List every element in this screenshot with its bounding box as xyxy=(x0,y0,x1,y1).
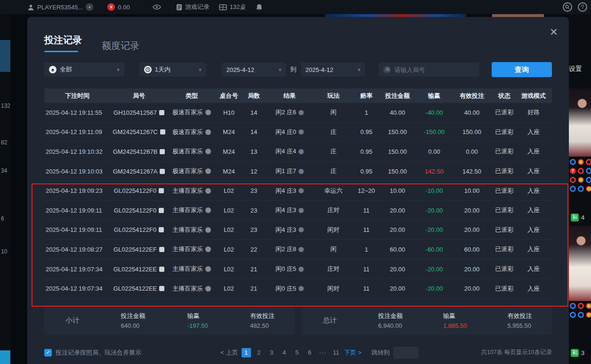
game-type-select[interactable]: ♠ 全部 ▾ xyxy=(44,63,124,77)
info-icon[interactable] xyxy=(205,110,211,115)
result-detail-icon[interactable] xyxy=(299,227,304,232)
cell-bet-amount: 20.00 xyxy=(380,266,415,273)
balance-group[interactable]: ¥ 0.00 xyxy=(107,3,130,11)
copy-icon[interactable] xyxy=(159,286,164,291)
prev-page-button[interactable]: < 上页 xyxy=(220,348,238,357)
copy-icon[interactable] xyxy=(159,188,164,193)
cell-result: 闲4 庄3 xyxy=(266,226,314,234)
user-account[interactable]: PLAYER53545... ▾ xyxy=(27,3,93,11)
modal-footer: ✓ 投注记录按照局、玩法合并展示 < 上页 123456···11 下页 > 跳… xyxy=(44,347,552,358)
copy-icon[interactable] xyxy=(159,267,164,272)
cell-game-type-text: 主播百家乐 xyxy=(172,206,203,214)
total-valid-label: 有效投注 xyxy=(507,312,532,320)
result-detail-icon[interactable] xyxy=(299,169,304,174)
cell-bet-time-text: 2025-04-12 19:09:11 xyxy=(46,226,102,233)
dealer-video-thumbnail[interactable] xyxy=(569,88,591,157)
cell-game-mode: 入座 xyxy=(518,128,549,136)
copy-icon[interactable] xyxy=(160,169,165,174)
search-icon[interactable] xyxy=(563,2,572,12)
info-icon[interactable] xyxy=(205,246,211,252)
date-to-select[interactable]: 2025-4-12 ▾ xyxy=(301,63,365,77)
table-row: 2025-04-12 19:07:34GL02254122EE主播百家乐L022… xyxy=(44,279,552,299)
page-button-1[interactable]: 1 xyxy=(242,348,251,357)
jump-page-input[interactable] xyxy=(394,347,418,358)
page-button-2[interactable]: 2 xyxy=(254,348,264,357)
info-icon[interactable] xyxy=(205,188,211,194)
road-bead-yellow xyxy=(586,312,591,318)
bead-road-bottom xyxy=(570,303,591,320)
cell-valid-bet: 60.00 xyxy=(453,246,491,253)
cell-bet-amount-text: 40.00 xyxy=(390,109,405,116)
cell-table-no-text: M24 xyxy=(223,128,235,135)
result-detail-icon[interactable] xyxy=(299,286,304,291)
result-detail-icon[interactable] xyxy=(299,110,304,115)
copy-icon[interactable] xyxy=(159,247,164,252)
close-icon[interactable]: × xyxy=(550,25,558,39)
total-label: 总计 xyxy=(302,316,358,325)
cell-play-text: 庄对 xyxy=(327,206,340,214)
cell-odds: 11 xyxy=(353,266,380,273)
result-detail-icon[interactable] xyxy=(299,247,304,252)
date-from-select[interactable]: 2025-4-12 ▾ xyxy=(222,63,286,77)
column-header: 输赢 xyxy=(415,92,453,100)
result-detail-icon[interactable] xyxy=(299,267,304,272)
info-icon[interactable] xyxy=(205,227,211,233)
cell-odds-text: 11 xyxy=(363,266,370,273)
round-search-input[interactable] xyxy=(394,66,465,73)
cell-play-text: 闲对 xyxy=(327,285,340,293)
merge-checkbox[interactable]: ✓ xyxy=(44,349,52,356)
cell-round-id: GL02254122EE xyxy=(110,285,168,292)
subtotal-box: 小计 投注金额640.00 输赢-197.50 有效投注482.50 xyxy=(44,307,295,335)
info-icon[interactable] xyxy=(205,207,211,213)
date-to-value: 2025-4-12 xyxy=(306,66,333,73)
sidebar-bottom-item[interactable] xyxy=(0,350,10,364)
cell-game-mode-text: 入座 xyxy=(527,187,540,195)
subtotal-winloss-value: -197.50 xyxy=(187,322,208,329)
game-type-value: 全部 xyxy=(60,65,72,74)
cell-win-loss: -150.00 xyxy=(415,128,453,135)
cell-bet-amount-text: 150.00 xyxy=(388,168,407,175)
game-records-link[interactable]: 游戏记录 xyxy=(176,3,210,11)
cell-round-no-text: 22 xyxy=(251,246,257,253)
cell-game-mode: 入座 xyxy=(518,245,549,253)
copy-icon[interactable] xyxy=(159,110,164,115)
copy-icon[interactable] xyxy=(159,227,164,232)
copy-icon[interactable] xyxy=(160,129,165,135)
tables-link[interactable]: 132桌 xyxy=(219,3,246,11)
notifications-button[interactable] xyxy=(256,4,262,11)
info-icon[interactable] xyxy=(205,168,211,174)
road-bead-red xyxy=(578,168,584,174)
tab-bet-records[interactable]: 投注记录 xyxy=(44,34,82,52)
chevron-down-icon: ▾ xyxy=(358,67,361,73)
info-icon[interactable] xyxy=(205,266,211,272)
result-detail-icon[interactable] xyxy=(299,208,304,213)
result-detail-icon[interactable] xyxy=(299,188,304,193)
time-range-select[interactable]: 1天内 ▾ xyxy=(139,63,206,77)
subtotal-valid-value: 482.50 xyxy=(250,322,275,329)
cell-win-loss-text: -10.00 xyxy=(426,187,443,194)
copy-icon[interactable] xyxy=(159,208,164,213)
page-button-5[interactable]: 5 xyxy=(292,348,302,357)
dealer-video-thumbnail[interactable] xyxy=(569,226,591,301)
query-button[interactable]: 查询 xyxy=(492,62,552,77)
sidebar-badge: 34 xyxy=(1,167,7,174)
page-button-4[interactable]: 4 xyxy=(280,348,289,357)
cell-bet-amount-text: 20.00 xyxy=(390,266,405,273)
copy-icon[interactable] xyxy=(160,149,165,154)
account-chevron-icon[interactable]: ▾ xyxy=(86,3,93,11)
page-button-3[interactable]: 3 xyxy=(267,348,276,357)
page-button-11[interactable]: 11 xyxy=(332,348,341,357)
info-icon[interactable] xyxy=(205,149,211,154)
info-icon[interactable] xyxy=(205,129,211,135)
sidebar-active-item[interactable] xyxy=(0,40,10,72)
cell-game-type-text: 极速百家乐 xyxy=(172,128,203,136)
visibility-toggle[interactable] xyxy=(153,4,161,10)
help-icon[interactable]: ? xyxy=(578,2,587,12)
result-detail-icon[interactable] xyxy=(299,129,304,135)
result-detail-icon[interactable] xyxy=(299,149,304,154)
next-page-button[interactable]: 下页 > xyxy=(344,348,362,357)
page-button-6[interactable]: 6 xyxy=(305,348,315,357)
cell-round-no-text: 12 xyxy=(251,168,257,175)
tab-quota-records[interactable]: 额度记录 xyxy=(102,40,139,52)
info-icon[interactable] xyxy=(205,286,211,292)
